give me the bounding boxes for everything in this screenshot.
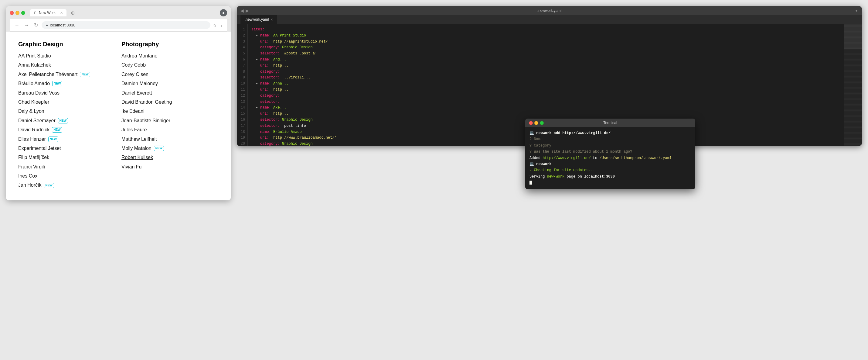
terminal-traffic-lights [529, 121, 544, 125]
list-item[interactable]: Bráulio AmadoNEW [18, 80, 103, 87]
list-item[interactable]: Filip Matějíček [18, 154, 103, 161]
editor-dropdown-icon[interactable]: ▼ [855, 8, 858, 13]
code-line: url: 'http... [251, 87, 840, 93]
code-line: - name: Axe... [251, 105, 840, 111]
new-badge: NEW [52, 127, 62, 133]
site-name: David Brandon Geeting [121, 99, 172, 106]
bookmark-icon[interactable]: ☆ [213, 23, 217, 28]
editor-tab-bar: .newwork.yaml ✕ [237, 15, 862, 24]
more-options-icon[interactable]: ⋮ [219, 23, 223, 28]
code-line: url: 'http... [251, 111, 840, 117]
browser-titlebar: 🗒 New Work ✕ ⊕ ● ← → ↻ ● localhost:3030 … [6, 6, 231, 32]
line-number: 1 [237, 27, 247, 33]
site-name: Daniel Everett [121, 90, 152, 96]
list-item[interactable]: Jules Faure [121, 127, 207, 133]
minimap-highlight [844, 24, 862, 49]
new-badge: NEW [80, 72, 90, 77]
list-item[interactable]: Chad Kloepfer [18, 99, 103, 106]
editor-tab-close-icon[interactable]: ✕ [271, 18, 273, 21]
editor-nav-buttons: ◀ ▶ [241, 8, 249, 13]
profile-icon[interactable]: ● [220, 9, 227, 17]
code-line: category: Graphic Design [251, 45, 840, 51]
list-item[interactable]: Ines Cox [18, 173, 103, 179]
list-item[interactable]: Axel Pelletanche ThévenartNEW [18, 71, 103, 78]
terminal-line: 💻 newwork [529, 161, 691, 167]
list-item[interactable]: Experimental Jetset [18, 145, 103, 152]
terminal-minimize-button[interactable] [534, 121, 538, 125]
site-column: PhotographyAndrea MontanoCody CobbCorey … [121, 41, 207, 191]
editor-nav-right-icon[interactable]: ▶ [246, 8, 249, 13]
address-field[interactable]: ● localhost:3030 [41, 21, 210, 29]
site-name: Robert Kulisek [121, 154, 153, 161]
site-name: Anna Kulachek [18, 62, 51, 68]
maximize-button[interactable] [21, 11, 25, 15]
list-item[interactable]: Bureau David Voss [18, 90, 103, 96]
browser-tab-label: New Work [39, 11, 56, 15]
list-item[interactable]: Daniel Everett [121, 90, 207, 96]
minimize-button[interactable] [16, 11, 20, 15]
browser-actions: ☆ ⋮ [213, 23, 223, 28]
refresh-button[interactable]: ↻ [33, 22, 39, 29]
list-item[interactable]: Molly MatalonNEW [121, 145, 207, 152]
line-number: 19 [237, 135, 247, 141]
forward-button[interactable]: → [23, 22, 30, 29]
list-item[interactable]: Andrea Montano [121, 53, 207, 59]
tab-close-button[interactable]: ✕ [60, 11, 63, 15]
editor-tab-newwork[interactable]: .newwork.yaml ✕ [241, 15, 277, 24]
browser-content: Graphic DesignAA Print StudioAnna Kulach… [6, 32, 231, 200]
list-item[interactable]: Daniel SeemayerNEW [18, 117, 103, 124]
code-line: - name: AA Print Studio [251, 33, 840, 39]
browser-tab[interactable]: 🗒 New Work ✕ [30, 9, 66, 17]
site-name: Chad Kloepfer [18, 99, 49, 106]
terminal-close-button[interactable] [529, 121, 533, 125]
terminal-maximize-button[interactable] [540, 121, 544, 125]
site-name: Jean-Baptiste Sinniger [121, 117, 170, 124]
list-item[interactable]: Vivian Fu [121, 164, 207, 170]
list-item[interactable]: David Brandon Geeting [121, 99, 207, 106]
list-item[interactable]: Corey Olsen [121, 71, 207, 78]
site-name: Vivian Fu [121, 164, 142, 170]
list-item[interactable]: Ike Edeani [121, 108, 207, 115]
list-item[interactable]: Jean-Baptiste Sinniger [121, 117, 207, 124]
line-number: 10 [237, 81, 247, 87]
site-name: Bráulio Amado [18, 80, 50, 87]
url-display: localhost:3030 [50, 23, 75, 27]
browser-address-bar: ← → ↻ ● localhost:3030 ☆ ⋮ [10, 19, 227, 32]
list-item[interactable]: Anna Kulachek [18, 62, 103, 68]
new-badge: NEW [44, 183, 54, 188]
list-item[interactable]: Franci Virgili [18, 164, 103, 170]
close-button[interactable] [10, 11, 14, 15]
editor-titlebar: ◀ ▶ .newwork.yaml ▼ [237, 6, 862, 15]
code-line: sites: [251, 27, 840, 33]
back-button[interactable]: ← [13, 22, 21, 29]
site-name: Molly Matalon [121, 145, 152, 152]
traffic-lights [10, 11, 25, 15]
site-name: Filip Matějíček [18, 154, 49, 161]
terminal-titlebar: Terminal [525, 118, 695, 127]
list-item[interactable]: Robert Kulisek [121, 154, 207, 161]
list-item[interactable]: David RudnickNEW [18, 127, 103, 133]
list-item[interactable]: Cody Cobb [121, 62, 207, 68]
list-item[interactable]: Elias HanzerNEW [18, 136, 103, 143]
editor-terminal-container: ◀ ▶ .newwork.yaml ▼ .newwork.yaml ✕ 1234… [237, 6, 862, 146]
line-number: 15 [237, 111, 247, 117]
editor-nav-left-icon[interactable]: ◀ [241, 8, 244, 13]
terminal-body[interactable]: 💻 newwork add http://www.virgili.de/ ? N… [525, 127, 695, 189]
site-name: AA Print Studio [18, 53, 51, 59]
lock-icon: ● [46, 23, 48, 27]
list-item[interactable]: Matthew Leifheit [121, 136, 207, 143]
line-number: 11 [237, 87, 247, 93]
site-name: Matthew Leifheit [121, 136, 157, 143]
new-tab-button[interactable]: ⊕ [69, 9, 76, 17]
list-item[interactable]: Daly & Lyon [18, 108, 103, 115]
line-numbers: 1234567891011121314151617181920212223242… [237, 24, 248, 146]
list-item[interactable]: Damien Maloney [121, 80, 207, 87]
line-number: 13 [237, 99, 247, 105]
line-number: 7 [237, 63, 247, 69]
editor-window-title: .newwork.yaml [537, 8, 561, 13]
code-line: - name: And... [251, 57, 840, 63]
list-item[interactable]: Jan HorčíkNEW [18, 182, 103, 189]
terminal-line: Added http://www.virgili.de/ to /Users/s… [529, 155, 691, 161]
line-number: 2 [237, 33, 247, 39]
list-item[interactable]: AA Print Studio [18, 53, 103, 59]
